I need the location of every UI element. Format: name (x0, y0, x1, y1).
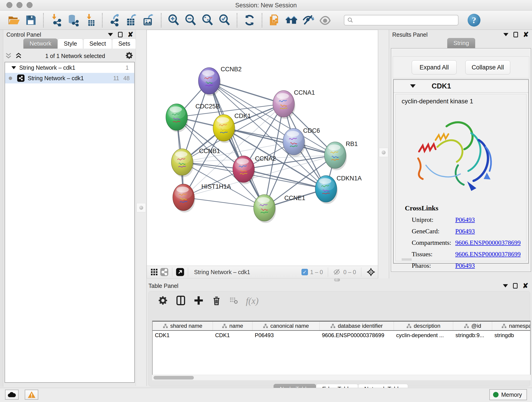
divider-handle[interactable] (139, 206, 143, 210)
hide-selected-button[interactable] (301, 13, 316, 27)
column-header-description[interactable]: description (394, 322, 453, 330)
zoom-in-button[interactable] (167, 13, 181, 27)
panel-float-icon[interactable] (118, 32, 123, 37)
add-column-button[interactable] (194, 295, 204, 306)
crosslink-value-link[interactable]: 9606.ENSP00000378699 (455, 239, 520, 246)
table-row[interactable]: CDK1CDK1P064939606.ENSP00000378699cyclin… (152, 331, 530, 340)
right-panel-divider[interactable] (378, 30, 389, 279)
tab-string[interactable]: String (447, 38, 475, 48)
network-node-CCNA2[interactable] (233, 156, 255, 184)
warning-status-button[interactable] (25, 390, 38, 400)
scrollbar-thumb[interactable] (153, 376, 194, 380)
export-network-button[interactable] (108, 13, 122, 27)
network-collection-row[interactable]: String Network – cdk1 1 (5, 62, 134, 73)
collapse-triangle-icon[interactable] (12, 66, 16, 69)
table-options-gear-button[interactable] (158, 295, 168, 306)
column-header-canonical-name[interactable]: canonical name (253, 322, 320, 330)
selected-checkbox-icon[interactable]: ✓ (302, 269, 308, 275)
panel-close-icon[interactable]: ✘ (523, 32, 529, 37)
panel-close-icon[interactable]: ✘ (128, 32, 133, 37)
network-node-CCNB2[interactable] (198, 68, 221, 96)
panel-menu-icon[interactable] (503, 284, 508, 287)
import-network-file-button[interactable] (49, 13, 63, 27)
save-session-button[interactable] (24, 13, 38, 27)
zoom-selected-button[interactable] (217, 13, 232, 27)
window-zoom-button[interactable] (27, 2, 32, 8)
network-node-RB1[interactable] (324, 142, 347, 170)
divider-handle[interactable] (382, 151, 386, 154)
column-header-name[interactable]: name (213, 322, 253, 330)
table-header-row: shared namenamecanonical namedatabase id… (152, 321, 530, 331)
crosslink-row: Tissues:9606.ENSP00000378699 (396, 250, 524, 258)
footer-separator (172, 268, 172, 277)
expand-all-button[interactable]: Expand All (412, 60, 457, 75)
table-hscrollbar[interactable] (152, 375, 531, 380)
column-header-database-identifier[interactable]: database identifier (320, 322, 394, 330)
search-input[interactable] (355, 17, 455, 23)
tab-sets[interactable]: Sets (112, 38, 136, 49)
delete-table-button[interactable] (229, 295, 238, 306)
network-node-CDKN1A[interactable] (315, 176, 338, 204)
crosslink-value-link[interactable]: P06493 (455, 262, 475, 269)
network-node-CCNE1[interactable] (254, 195, 276, 223)
duplicate-network-button[interactable] (267, 13, 282, 27)
refresh-layout-button[interactable] (242, 13, 257, 27)
cloud-status-button[interactable] (5, 390, 19, 400)
scrollbar-thumb[interactable] (402, 258, 412, 261)
column-header-namespace[interactable]: namespace (492, 322, 531, 330)
collapse-all-icon[interactable] (5, 52, 12, 60)
first-neighbors-button[interactable] (284, 13, 298, 27)
open-in-browser-button[interactable] (175, 268, 185, 277)
copy-documents-icon (268, 14, 281, 26)
network-node-CCNB1[interactable] (171, 149, 194, 177)
import-table-file-button[interactable] (83, 13, 97, 27)
center-view-icon[interactable] (366, 268, 375, 277)
left-panel-divider[interactable] (136, 30, 147, 386)
expand-all-icon[interactable] (15, 52, 22, 60)
horizontal-divider-handle[interactable] (334, 278, 340, 281)
network-node-HIST1H1A[interactable] (173, 184, 195, 212)
tab-network[interactable]: Network (23, 38, 57, 49)
function-builder-button[interactable]: f(x) (246, 295, 259, 306)
string-style-button[interactable] (159, 268, 169, 277)
tab-style[interactable]: Style (57, 38, 83, 49)
network-node-CCNA1[interactable] (273, 90, 295, 119)
tab-select[interactable]: Select (83, 38, 112, 49)
crosslink-label: Tissues: (412, 250, 455, 258)
zoom-out-button[interactable] (184, 13, 198, 27)
help-button[interactable]: ? (468, 14, 481, 27)
protein-card-header[interactable]: CDK1 (394, 80, 528, 93)
panel-menu-icon[interactable] (503, 33, 508, 36)
zoom-fit-button[interactable] (201, 13, 215, 27)
crosslink-value-link[interactable]: P06493 (455, 216, 475, 223)
show-all-button[interactable] (318, 13, 332, 27)
protein-description: cyclin-dependent kinase 1 (396, 94, 526, 105)
export-network-icon (109, 14, 121, 26)
import-network-database-button[interactable] (66, 13, 80, 27)
collapse-all-button[interactable]: Collapse All (465, 60, 510, 75)
birds-eye-view-button[interactable] (149, 268, 159, 277)
open-file-button[interactable] (7, 13, 21, 27)
panel-close-icon[interactable]: ✘ (523, 283, 528, 288)
zoom-out-icon (184, 14, 197, 26)
panel-menu-icon[interactable] (108, 33, 113, 36)
column-header--id[interactable]: @id (453, 322, 492, 330)
panel-float-icon[interactable] (513, 32, 518, 37)
window-close-button[interactable] (6, 2, 12, 8)
export-image-button[interactable] (142, 13, 156, 27)
window-minimize-button[interactable] (17, 2, 22, 8)
export-table-button[interactable] (125, 13, 139, 27)
crosslink-value-link[interactable]: 9606.ENSP00000378699 (455, 250, 520, 258)
network-options-button[interactable] (125, 51, 133, 61)
delete-column-button[interactable] (211, 295, 222, 306)
toolbar-search[interactable] (344, 15, 458, 26)
column-header-shared-name[interactable]: shared name (152, 322, 213, 330)
collapse-triangle-icon[interactable] (410, 84, 416, 88)
show-columns-button[interactable] (176, 295, 186, 306)
memory-button[interactable]: Memory (489, 389, 527, 400)
network-node-CDK1[interactable] (213, 115, 235, 143)
crosslink-value-link[interactable]: P06493 (455, 228, 475, 235)
network-canvas[interactable]: CCNB2CCNA1CDC25BCDK1CDC6RB1CCNB1CCNA2CDK… (147, 30, 378, 266)
panel-float-icon[interactable] (513, 283, 518, 288)
network-item-row[interactable]: String Network – cdk1 11 48 (5, 73, 134, 83)
